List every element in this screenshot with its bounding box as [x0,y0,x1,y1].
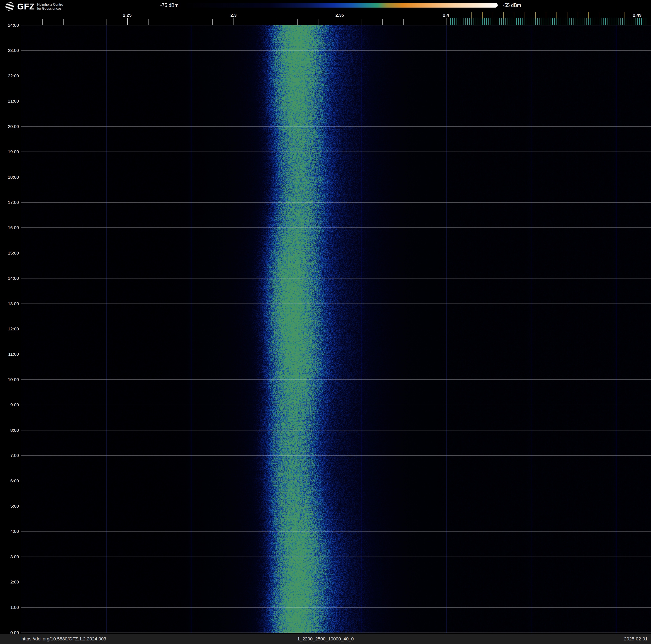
minor-tick [403,19,404,25]
channel-tick-yellow [514,12,514,19]
y-tick-label: 11:00 [2,352,19,357]
channel-tick-teal [601,18,601,25]
date-label: 2025-02-01 [624,634,648,644]
y-tick-label: 23:00 [2,48,19,53]
colorbar-max-label: -55 dBm [503,3,521,8]
channel-tick-teal [514,18,514,25]
y-tick-label: 21:00 [2,98,19,104]
minor-tick [255,19,255,25]
hour-gridline [21,227,651,228]
hour-gridline [21,557,651,557]
channel-tick-teal [550,18,550,25]
channel-tick-teal [491,18,491,25]
channel-tick-yellow [557,12,557,19]
channel-tick-teal [584,18,584,25]
channel-tick-teal [520,18,521,25]
colorbar-min-label: -75 dBm [136,3,179,8]
y-tick-label: 9:00 [2,402,19,407]
channel-tick-teal [552,18,553,25]
channel-tick-teal [480,18,480,25]
dataset-id: 1_2200_2500_10000_40_0 [297,634,354,644]
channel-tick-teal [537,18,538,25]
spectrogram-page: GFZ Helmholtz Centre for Geosciences -75… [0,0,651,644]
y-tick-label: 10:00 [2,377,19,382]
x-tick-label: 2.3 [221,12,246,18]
channel-tick-teal [559,18,559,25]
channel-tick-yellow [503,12,504,19]
logo-brand: GFZ [17,2,35,11]
channel-tick-teal [631,18,631,25]
channel-tick-teal [618,18,618,25]
channel-tick-teal [639,18,640,25]
x-tick-label: 2.25 [115,12,140,18]
channel-tick-teal [548,18,548,25]
minor-tick [276,19,276,25]
channel-tick-teal [531,18,531,25]
y-tick-label: 12:00 [2,326,19,331]
channel-tick-teal [599,18,599,25]
hour-gridline [21,303,651,304]
channel-tick-teal [473,18,474,25]
hour-gridline [21,455,651,456]
y-tick-label: 20:00 [2,124,19,129]
doi-link[interactable]: https://doi.org/10.5880/GFZ.1.2.2024.003 [22,634,106,644]
minor-tick [106,19,106,25]
channel-tick-teal [529,18,529,25]
logo-subtitle-line2: for Geosciences [37,6,63,10]
x-tick-label: 2.4 [433,12,459,18]
colorbar [181,3,498,7]
channel-tick-teal [567,18,567,25]
channel-tick-teal [641,18,642,25]
channel-tick-teal [563,18,563,25]
channel-tick-yellow [624,12,625,19]
hour-gridline [21,633,651,633]
channel-tick-teal [580,18,580,25]
channel-tick-teal [533,18,533,25]
channel-tick-yellow [493,12,493,19]
channel-tick-teal [459,18,459,25]
hour-gridline [21,430,651,431]
channel-tick-teal [450,18,451,25]
hour-gridline [21,151,651,152]
hour-gridline [21,379,651,380]
channel-tick-teal [467,18,468,25]
channel-tick-yellow [482,12,483,19]
channel-tick-teal [644,18,644,25]
major-tick [340,18,340,25]
x-tick-label: 2.35 [327,12,352,18]
channel-tick-teal [539,18,540,25]
y-tick-label: 16:00 [2,225,19,230]
minor-tick [382,19,383,25]
channel-tick-teal [591,18,591,25]
channel-tick-teal [469,18,470,25]
channel-tick-teal [484,18,485,25]
channel-tick-teal [482,18,483,25]
channel-tick-yellow [525,12,525,19]
minor-tick [318,19,319,25]
channel-tick-teal [527,18,527,25]
y-tick-label: 24:00 [2,23,19,28]
channel-tick-teal [586,18,587,25]
channel-tick-teal [457,18,457,25]
hour-gridline [21,126,651,127]
channel-tick-teal [471,18,472,25]
minor-tick [170,19,170,25]
channel-tick-teal [499,18,500,25]
hour-gridline [21,202,651,203]
frequency-gridline [616,25,616,633]
hour-gridline [21,607,651,608]
frequency-gridline [361,25,362,633]
channel-tick-teal [595,18,595,25]
channel-tick-teal [646,18,646,25]
minor-tick [42,19,43,25]
logo-subtitle: Helmholtz Centre for Geosciences [37,2,63,10]
y-tick-label: 14:00 [2,276,19,281]
channel-tick-teal [544,18,544,25]
footer-bar: https://doi.org/10.5880/GFZ.1.2.2024.003… [0,634,651,644]
channel-tick-yellow [578,12,578,19]
hour-gridline [21,582,651,582]
channel-tick-teal [593,18,593,25]
minor-tick [361,19,362,25]
channel-tick-teal [588,18,589,25]
channel-tick-teal [620,18,621,25]
